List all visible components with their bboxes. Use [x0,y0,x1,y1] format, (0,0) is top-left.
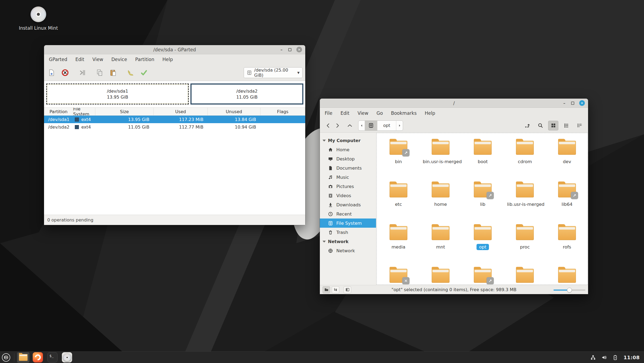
folder-item[interactable]: bin.usr-is-merged [420,137,462,180]
menu-item[interactable]: Help [425,110,435,116]
maximize-button[interactable] [288,48,291,51]
zoom-slider[interactable] [554,287,585,292]
paste-icon[interactable] [109,69,117,76]
new-partition-icon[interactable] [48,69,55,76]
folder-emblem-icon: ↗ [571,192,578,199]
sidebar-item[interactable]: File System [320,219,376,228]
volume-icon[interactable] [601,355,607,360]
folder-item[interactable] [504,265,546,285]
list-view-button[interactable] [561,121,571,130]
menu-item[interactable]: File [325,110,332,116]
toggle-location-entry-button[interactable] [522,121,532,130]
dropdown-arrow-icon: ▼ [297,71,300,75]
maximize-button[interactable] [571,102,574,105]
apply-icon[interactable] [140,69,148,76]
folder-item[interactable]: ↗ lib64 [546,180,588,223]
taskbar-installer-button[interactable] [61,352,73,363]
delete-partition-icon[interactable] [61,69,69,76]
partition-size: 13.95 GiB [107,95,128,100]
folder-item[interactable]: lib.usr-is-merged [504,180,546,223]
sidebar-item[interactable]: Desktop [320,154,376,163]
forward-button[interactable] [333,121,342,130]
menu-item[interactable]: Help [162,57,173,62]
column-header[interactable]: Size [95,108,154,115]
menu-item[interactable]: Device [111,57,127,62]
sidebar-section-network[interactable]: Network [320,237,376,246]
partition-box-sda1[interactable]: /dev/sda1 13.95 GiB [46,83,189,105]
folder-item[interactable]: ↗ lib [462,180,504,223]
sidebar-section-my-computer[interactable]: My Computer [320,136,376,145]
folder-item[interactable]: etc [377,180,420,223]
sidebar-item[interactable]: Videos [320,191,376,200]
folder-icon [516,141,534,155]
close-button[interactable]: ✕ [579,100,585,106]
taskbar-file-manager-button[interactable] [17,352,29,363]
taskbar-terminal-button[interactable]: $_ [46,352,59,363]
folder-item[interactable]: home [420,180,462,223]
flags-cell [260,116,305,123]
menu-item[interactable]: Edit [75,57,84,62]
sidebar-item[interactable]: Pictures [320,182,376,191]
folder-item[interactable]: ↗ [462,265,504,285]
compact-view-button[interactable] [574,121,584,130]
zoom-slider-knob[interactable] [567,288,572,293]
partition-row[interactable]: /dev/sda2 ext4 11.05 GiB 112.77 MiB 10.9… [44,123,305,131]
menu-item[interactable]: Partition [135,57,154,62]
partition-box-sda2[interactable]: /dev/sda2 11.05 GiB [190,83,303,105]
folder-item[interactable]: mnt [420,223,462,265]
taskbar-firefox-button[interactable] [32,352,44,363]
column-header[interactable]: Flags [260,108,305,115]
undo-icon[interactable] [127,69,134,76]
back-button[interactable] [324,121,333,130]
network-icon[interactable] [590,355,596,360]
partition-row[interactable]: /dev/sda1 ext4 13.95 GiB 117.23 MiB 13.8… [44,116,305,123]
partition-table: /dev/sda1 ext4 13.95 GiB 117.23 MiB 13.8… [44,116,305,131]
folder-item[interactable]: ↗ bin [377,137,420,180]
column-header[interactable]: Partition [44,108,73,115]
folder-item[interactable]: media [377,223,420,265]
folder-item[interactable]: rofs [546,223,588,265]
menu-item[interactable]: View [357,110,368,116]
sidebar-item[interactable]: Recent [320,209,376,219]
folder-item[interactable]: dev [546,137,588,180]
folder-item[interactable]: proc [504,223,546,265]
column-header[interactable]: File System [73,108,95,115]
copy-icon[interactable] [96,69,103,76]
folder-item[interactable]: boot [462,137,504,180]
minimize-button[interactable]: – [562,101,566,105]
folder-item[interactable]: opt [462,223,504,265]
sidebar-item[interactable]: Documents [320,163,376,173]
sidebar-item[interactable]: Network [320,246,376,255]
menu-item[interactable]: View [92,57,103,62]
folder-item[interactable]: cdrom [504,137,546,180]
device-selector[interactable]: /dev/sda (25.00 GiB) ▼ [244,67,303,78]
column-header[interactable]: Unused [208,108,260,115]
mint-menu-button[interactable]: lm [0,352,12,363]
folder-item[interactable] [420,265,462,285]
menu-item[interactable]: GParted [49,57,67,62]
sidebar-item[interactable]: Home [320,145,376,154]
folder-item[interactable] [546,265,588,285]
search-button[interactable] [535,121,545,130]
battery-icon[interactable] [612,355,618,360]
resize-move-icon[interactable] [79,69,86,76]
desktop-icon-install-linux-mint[interactable]: Install Linux Mint [19,6,57,31]
breadcrumb-scroll-left-icon[interactable] [358,121,365,130]
up-button[interactable] [345,121,354,130]
menu-item[interactable]: Go [377,110,383,116]
sidebar-item[interactable]: Music [320,173,376,182]
clock[interactable]: 11:08 [623,355,640,360]
icon-view-button[interactable] [548,121,558,130]
folder-item[interactable]: ✕ [377,265,420,285]
sidebar-item-label: Pictures [336,184,354,189]
menu-item[interactable]: Bookmarks [391,110,417,116]
breadcrumb-root-drive-button[interactable] [365,121,377,130]
minimize-button[interactable]: – [280,48,283,52]
close-button[interactable]: ✕ [296,47,302,52]
breadcrumb-scroll-right-icon[interactable] [396,121,403,130]
menu-item[interactable]: Edit [340,110,349,116]
column-header[interactable]: Used [154,108,208,115]
sidebar-item[interactable]: Trash [320,228,376,237]
sidebar-item[interactable]: Downloads [320,200,376,209]
breadcrumb-dir-button[interactable]: opt [377,121,396,130]
